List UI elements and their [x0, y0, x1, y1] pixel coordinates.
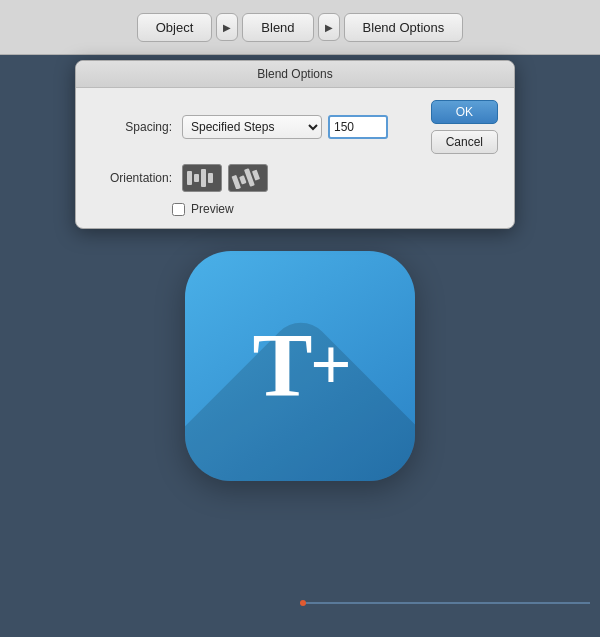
spacing-row: Spacing: Smooth Color Specified Steps Sp…: [92, 100, 498, 154]
svg-rect-3: [208, 173, 213, 183]
align-to-page-svg: [185, 167, 219, 189]
orientation-path-icon[interactable]: [228, 164, 268, 192]
icon-t-letter: T: [253, 321, 309, 411]
svg-rect-0: [187, 171, 192, 185]
arrow2-icon[interactable]: ▶: [318, 13, 340, 41]
app-icon-content: T +: [253, 321, 348, 411]
orientation-align-icon[interactable]: [182, 164, 222, 192]
dialog-buttons: OK Cancel: [431, 100, 498, 154]
object-button[interactable]: Object: [137, 13, 213, 42]
svg-rect-4: [232, 175, 241, 189]
svg-rect-2: [201, 169, 206, 187]
steps-input[interactable]: [328, 115, 388, 139]
dialog-titlebar: Blend Options: [76, 61, 514, 88]
dialog-title: Blend Options: [257, 67, 332, 81]
svg-rect-5: [239, 175, 246, 184]
align-to-path-svg: [231, 167, 265, 189]
canvas-scrollbar[interactable]: [300, 599, 590, 607]
blend-options-button[interactable]: Blend Options: [344, 13, 464, 42]
preview-row: Preview: [172, 202, 498, 216]
app-icon: T +: [185, 251, 415, 481]
orientation-icons: [182, 164, 268, 192]
icon-plus-symbol: +: [311, 329, 348, 399]
blend-options-dialog: Blend Options Spacing: Smooth Color Spec…: [75, 60, 515, 229]
spacing-label: Spacing:: [92, 120, 172, 134]
dialog-body: Spacing: Smooth Color Specified Steps Sp…: [76, 88, 514, 228]
toolbar: Object ▶ Blend ▶ Blend Options: [0, 0, 600, 55]
preview-checkbox[interactable]: [172, 203, 185, 216]
preview-label: Preview: [191, 202, 234, 216]
cancel-button[interactable]: Cancel: [431, 130, 498, 154]
orientation-row: Orientation:: [92, 164, 498, 192]
blend-button[interactable]: Blend: [242, 13, 313, 42]
ok-button[interactable]: OK: [431, 100, 498, 124]
svg-rect-1: [194, 174, 199, 182]
orientation-label: Orientation:: [92, 171, 172, 185]
spacing-select[interactable]: Smooth Color Specified Steps Specified D…: [182, 115, 322, 139]
scrollbar-thumb[interactable]: [300, 600, 306, 606]
svg-rect-7: [252, 170, 260, 181]
arrow1-icon[interactable]: ▶: [216, 13, 238, 41]
scrollbar-track: [300, 602, 590, 604]
